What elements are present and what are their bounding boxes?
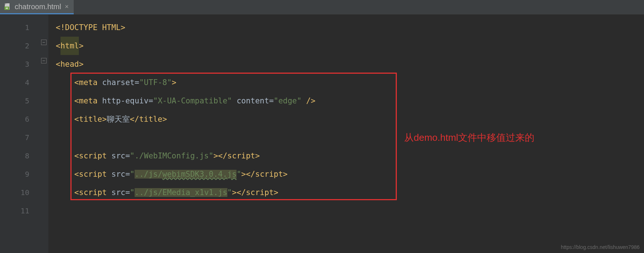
code-line: <title>聊天室</title> (48, 110, 644, 128)
tab-filename: chatroom.html (15, 3, 61, 11)
fold-column: − − (40, 15, 48, 253)
line-number: 3 (0, 55, 40, 73)
file-tab[interactable]: H chatroom.html × (0, 0, 74, 14)
code-line (48, 128, 644, 147)
code-line: <!DOCTYPE HTML> (48, 18, 644, 37)
line-number: 2 (0, 37, 40, 55)
code-line: <meta http-equiv="X-UA-Compatible" conte… (48, 92, 644, 110)
code-line: <head> (48, 55, 644, 73)
svg-text:H: H (6, 7, 8, 10)
code-line: <script src="./WebIMConfig.js"></script> (48, 147, 644, 165)
editor: 1 2 3 4 5 6 7 8 9 10 11 − − <!DOCTYPE HT… (0, 15, 644, 253)
line-number: 7 (0, 128, 40, 147)
annotation-text: 从demo.html文件中移值过来的 (404, 131, 534, 144)
close-icon[interactable]: × (65, 3, 69, 11)
code-line: <html> (48, 37, 644, 55)
line-number: 8 (0, 147, 40, 165)
line-number: 5 (0, 92, 40, 110)
html-file-icon: H (4, 3, 11, 10)
line-number: 6 (0, 110, 40, 128)
fold-toggle-icon[interactable]: − (41, 40, 47, 45)
line-number: 1 (0, 18, 40, 37)
code-line: <meta charset="UTF-8"> (48, 73, 644, 92)
line-number: 10 (0, 183, 40, 202)
tab-bar: H chatroom.html × (0, 0, 644, 15)
watermark: https://blog.csdn.net/lishuwen7986 (561, 244, 640, 250)
line-number: 4 (0, 73, 40, 92)
line-number: 9 (0, 165, 40, 183)
code-area[interactable]: <!DOCTYPE HTML> <html> <head> <meta char… (48, 15, 644, 253)
code-line: <script src="../js/EMedia_x1v1.js"></scr… (48, 183, 644, 202)
line-number-gutter: 1 2 3 4 5 6 7 8 9 10 11 (0, 15, 40, 253)
code-line: <script src="../js/webimSDK3.0.4.js"></s… (48, 165, 644, 183)
fold-toggle-icon[interactable]: − (41, 58, 47, 63)
code-line (48, 202, 644, 220)
line-number: 11 (0, 202, 40, 220)
